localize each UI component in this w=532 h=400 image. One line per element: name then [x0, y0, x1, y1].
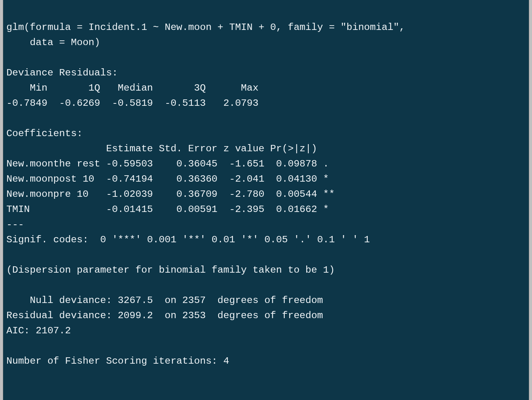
separator: ---: [6, 219, 24, 230]
coefficients-header: Estimate Std. Error z value Pr(>|z|): [6, 143, 335, 154]
fisher-iterations: Number of Fisher Scoring iterations: 4: [6, 356, 229, 366]
residual-deviance: Residual deviance: 2099.2 on 2353 degree…: [6, 310, 323, 321]
deviance-residuals-header: Min 1Q Median 3Q Max: [6, 83, 270, 93]
coef-row-tmin: TMIN -0.01415 0.00591 -2.395 0.01662 *: [6, 204, 335, 215]
glm-call-line2: data = Moon): [6, 37, 100, 48]
null-deviance: Null deviance: 3267.5 on 2357 degrees of…: [6, 295, 323, 306]
coef-row-newmoon-pre10: New.moonpre 10 -1.02039 0.36709 -2.780 0…: [6, 189, 335, 200]
deviance-residuals-values: -0.7849 -0.6269 -0.5819 -0.5113 2.0793: [6, 98, 270, 109]
coef-row-newmoon-post10: New.moonpost 10 -0.74194 0.36360 -2.041 …: [6, 174, 335, 184]
aic: AIC: 2107.2: [6, 325, 71, 336]
dispersion-note: (Dispersion parameter for binomial famil…: [6, 265, 335, 275]
r-console-output: glm(formula = Incident.1 ~ New.moon + TM…: [3, 0, 529, 400]
deviance-residuals-title: Deviance Residuals:: [6, 67, 124, 78]
coef-row-newmoon-rest: New.moonthe rest -0.59503 0.36045 -1.651…: [6, 158, 335, 169]
glm-call-line1: glm(formula = Incident.1 ~ New.moon + TM…: [6, 22, 411, 33]
coefficients-title: Coefficients:: [6, 128, 83, 139]
signif-codes: Signif. codes: 0 '***' 0.001 '**' 0.01 '…: [6, 234, 370, 245]
